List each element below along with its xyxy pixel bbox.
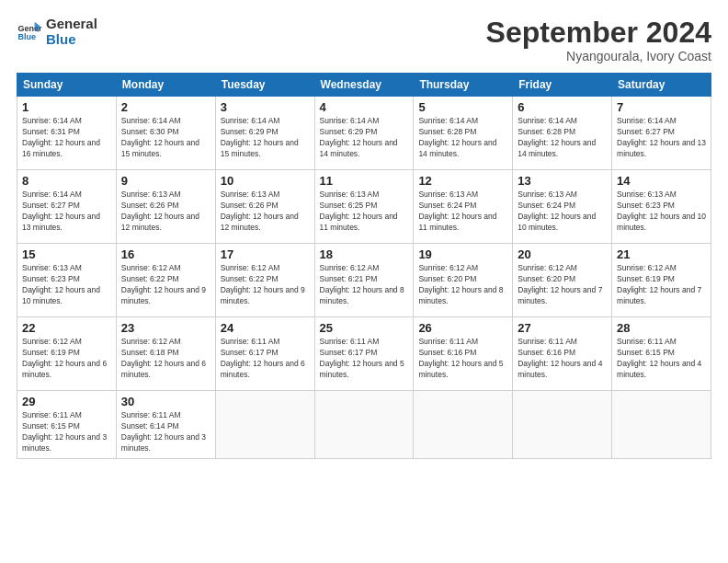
calendar-cell [612, 391, 711, 459]
calendar-cell [215, 391, 314, 459]
day-number: 30 [121, 395, 210, 408]
calendar-cell: 20Sunrise: 6:12 AMSunset: 6:20 PMDayligh… [513, 244, 612, 317]
day-number: 6 [518, 100, 607, 114]
calendar-cell: 29Sunrise: 6:11 AMSunset: 6:15 PMDayligh… [17, 391, 117, 459]
col-sunday: Sunday [17, 74, 117, 97]
calendar-cell: 13Sunrise: 6:13 AMSunset: 6:24 PMDayligh… [513, 170, 612, 244]
svg-text:Blue: Blue [17, 32, 36, 41]
day-number: 4 [320, 100, 409, 114]
day-info: Sunrise: 6:13 AMSunset: 6:26 PMDaylight:… [221, 190, 310, 234]
calendar-cell: 8Sunrise: 6:14 AMSunset: 6:27 PMDaylight… [17, 170, 117, 244]
day-number: 3 [221, 100, 310, 114]
day-number: 16 [121, 247, 210, 261]
calendar-cell: 4Sunrise: 6:14 AMSunset: 6:29 PMDaylight… [314, 97, 414, 170]
day-info: Sunrise: 6:11 AMSunset: 6:17 PMDaylight:… [221, 337, 310, 381]
day-info: Sunrise: 6:12 AMSunset: 6:20 PMDaylight:… [518, 263, 607, 307]
calendar-cell: 3Sunrise: 6:14 AMSunset: 6:29 PMDaylight… [215, 97, 314, 170]
day-info: Sunrise: 6:11 AMSunset: 6:14 PMDaylight:… [121, 410, 210, 454]
col-saturday: Saturday [612, 74, 711, 97]
day-info: Sunrise: 6:11 AMSunset: 6:15 PMDaylight:… [22, 410, 111, 454]
day-info: Sunrise: 6:13 AMSunset: 6:23 PMDaylight:… [22, 263, 111, 307]
day-number: 13 [518, 174, 607, 188]
day-info: Sunrise: 6:14 AMSunset: 6:27 PMDaylight:… [617, 116, 706, 160]
day-number: 21 [617, 247, 706, 261]
calendar-cell: 15Sunrise: 6:13 AMSunset: 6:23 PMDayligh… [17, 244, 117, 317]
calendar-cell: 1Sunrise: 6:14 AMSunset: 6:31 PMDaylight… [17, 97, 117, 170]
day-info: Sunrise: 6:12 AMSunset: 6:21 PMDaylight:… [320, 263, 409, 307]
day-number: 20 [518, 247, 607, 261]
day-number: 10 [221, 174, 310, 188]
calendar-cell: 10Sunrise: 6:13 AMSunset: 6:26 PMDayligh… [215, 170, 314, 244]
day-number: 25 [320, 321, 409, 335]
calendar-cell: 27Sunrise: 6:11 AMSunset: 6:16 PMDayligh… [513, 317, 612, 391]
day-number: 26 [418, 321, 507, 335]
month-title: September 2024 [486, 17, 711, 49]
day-info: Sunrise: 6:13 AMSunset: 6:26 PMDaylight:… [121, 190, 210, 234]
logo: General Blue General Blue [17, 17, 97, 47]
day-number: 12 [418, 174, 507, 188]
calendar-cell: 11Sunrise: 6:13 AMSunset: 6:25 PMDayligh… [314, 170, 414, 244]
calendar-cell: 2Sunrise: 6:14 AMSunset: 6:30 PMDaylight… [116, 97, 215, 170]
day-info: Sunrise: 6:14 AMSunset: 6:30 PMDaylight:… [121, 116, 210, 160]
header: General Blue General Blue September 2024… [17, 17, 711, 63]
day-info: Sunrise: 6:14 AMSunset: 6:31 PMDaylight:… [22, 116, 111, 160]
calendar-cell: 12Sunrise: 6:13 AMSunset: 6:24 PMDayligh… [414, 170, 513, 244]
logo-line2: Blue [46, 32, 97, 48]
col-monday: Monday [116, 74, 215, 97]
day-number: 15 [22, 247, 111, 261]
day-number: 18 [320, 247, 409, 261]
day-info: Sunrise: 6:11 AMSunset: 6:16 PMDaylight:… [518, 337, 607, 381]
col-thursday: Thursday [414, 74, 513, 97]
location-title: Nyangourala, Ivory Coast [486, 49, 711, 63]
logo-line1: General [46, 17, 97, 32]
day-number: 2 [121, 100, 210, 114]
day-number: 28 [617, 321, 706, 335]
day-info: Sunrise: 6:14 AMSunset: 6:28 PMDaylight:… [518, 116, 607, 160]
calendar-cell: 25Sunrise: 6:11 AMSunset: 6:17 PMDayligh… [314, 317, 414, 391]
calendar-cell: 9Sunrise: 6:13 AMSunset: 6:26 PMDaylight… [116, 170, 215, 244]
day-number: 29 [22, 395, 111, 408]
day-number: 9 [121, 174, 210, 188]
calendar-cell: 28Sunrise: 6:11 AMSunset: 6:15 PMDayligh… [612, 317, 711, 391]
day-info: Sunrise: 6:12 AMSunset: 6:22 PMDaylight:… [221, 263, 310, 307]
day-info: Sunrise: 6:12 AMSunset: 6:19 PMDaylight:… [617, 263, 706, 307]
calendar-table: Sunday Monday Tuesday Wednesday Thursday… [17, 73, 711, 459]
day-number: 1 [22, 100, 111, 114]
day-number: 19 [418, 247, 507, 261]
title-block: September 2024 Nyangourala, Ivory Coast [486, 17, 711, 63]
calendar-cell: 6Sunrise: 6:14 AMSunset: 6:28 PMDaylight… [513, 97, 612, 170]
calendar-cell: 7Sunrise: 6:14 AMSunset: 6:27 PMDaylight… [612, 97, 711, 170]
col-wednesday: Wednesday [314, 74, 414, 97]
day-info: Sunrise: 6:14 AMSunset: 6:29 PMDaylight:… [221, 116, 310, 160]
page: General Blue General Blue September 2024… [0, 0, 728, 563]
calendar-cell: 5Sunrise: 6:14 AMSunset: 6:28 PMDaylight… [414, 97, 513, 170]
day-number: 5 [418, 100, 507, 114]
col-tuesday: Tuesday [215, 74, 314, 97]
day-info: Sunrise: 6:13 AMSunset: 6:24 PMDaylight:… [518, 190, 607, 234]
day-info: Sunrise: 6:14 AMSunset: 6:29 PMDaylight:… [320, 116, 409, 160]
col-friday: Friday [513, 74, 612, 97]
day-info: Sunrise: 6:12 AMSunset: 6:20 PMDaylight:… [418, 263, 507, 307]
day-info: Sunrise: 6:12 AMSunset: 6:19 PMDaylight:… [22, 337, 111, 381]
day-info: Sunrise: 6:13 AMSunset: 6:23 PMDaylight:… [617, 190, 706, 234]
day-number: 24 [221, 321, 310, 335]
calendar-header-row: Sunday Monday Tuesday Wednesday Thursday… [17, 74, 711, 97]
day-info: Sunrise: 6:13 AMSunset: 6:25 PMDaylight:… [320, 190, 409, 234]
calendar-cell [414, 391, 513, 459]
day-number: 8 [22, 174, 111, 188]
calendar-cell: 26Sunrise: 6:11 AMSunset: 6:16 PMDayligh… [414, 317, 513, 391]
day-info: Sunrise: 6:14 AMSunset: 6:27 PMDaylight:… [22, 190, 111, 234]
calendar-cell: 18Sunrise: 6:12 AMSunset: 6:21 PMDayligh… [314, 244, 414, 317]
day-number: 7 [617, 100, 706, 114]
logo-icon: General Blue [17, 19, 42, 45]
calendar-cell: 16Sunrise: 6:12 AMSunset: 6:22 PMDayligh… [116, 244, 215, 317]
calendar-cell: 19Sunrise: 6:12 AMSunset: 6:20 PMDayligh… [414, 244, 513, 317]
day-number: 17 [221, 247, 310, 261]
day-number: 27 [518, 321, 607, 335]
day-number: 22 [22, 321, 111, 335]
day-info: Sunrise: 6:12 AMSunset: 6:22 PMDaylight:… [121, 263, 210, 307]
day-info: Sunrise: 6:12 AMSunset: 6:18 PMDaylight:… [121, 337, 210, 381]
calendar-cell [513, 391, 612, 459]
calendar-cell: 21Sunrise: 6:12 AMSunset: 6:19 PMDayligh… [612, 244, 711, 317]
calendar-cell: 14Sunrise: 6:13 AMSunset: 6:23 PMDayligh… [612, 170, 711, 244]
